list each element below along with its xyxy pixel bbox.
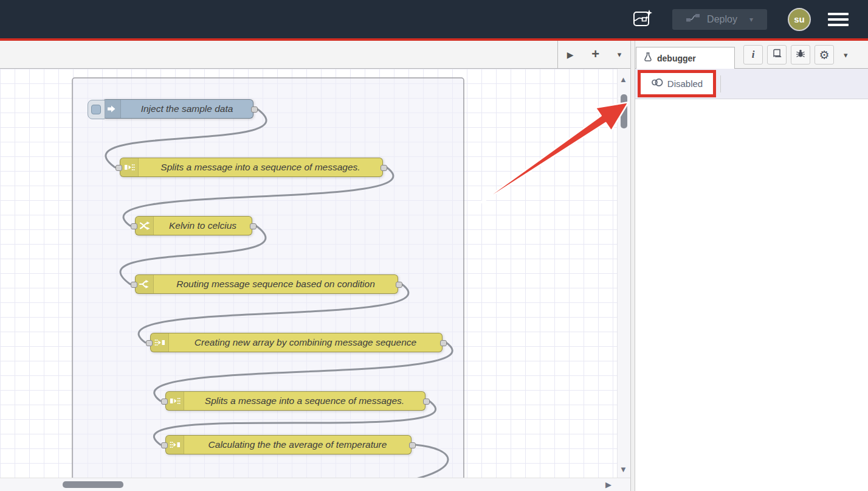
workspace: ▶ + ▾ Inject the sample dataSplits a mes…	[0, 41, 630, 491]
change-icon	[136, 217, 154, 235]
node-label: Routing message sequence based on condit…	[154, 275, 398, 293]
flow-node-split[interactable]: Splits a message into a sequence of mess…	[120, 158, 383, 177]
input-port[interactable]	[115, 165, 122, 171]
scroll-down-icon[interactable]: ▼	[619, 465, 627, 474]
scroll-right-icon[interactable]: ▶	[605, 480, 611, 489]
main-menu-button[interactable]	[828, 13, 849, 26]
deploy-button[interactable]: Deploy ▾	[672, 9, 767, 30]
toggle-off-icon	[651, 78, 663, 89]
flow-list-chevron-icon[interactable]: ▾	[618, 50, 622, 59]
sidebar-tabbar: debugger i ⚙	[635, 41, 868, 69]
node-label: Kelvin to celcius	[154, 217, 252, 235]
user-avatar[interactable]: su	[788, 8, 811, 31]
deploy-options-chevron-icon[interactable]: ▾	[749, 15, 753, 24]
flow-node-change[interactable]: Kelvin to celcius	[135, 216, 252, 235]
output-port[interactable]	[381, 165, 387, 171]
debug-messages-panel	[635, 99, 868, 491]
toolbar-separator	[720, 75, 721, 92]
output-port[interactable]	[250, 223, 257, 229]
join-icon	[166, 436, 184, 454]
flow-tabs-empty	[0, 41, 557, 68]
annotation-highlight-box: Disabled	[638, 70, 716, 97]
flow-node-inject[interactable]: Inject the sample data	[102, 99, 253, 119]
sidebar: debugger i ⚙	[635, 41, 868, 491]
header: Deploy ▾ su	[0, 0, 868, 38]
output-port[interactable]	[440, 340, 447, 346]
join-icon	[151, 333, 169, 352]
switch-icon	[136, 275, 154, 293]
node-label: Splits a message into a sequence of mess…	[139, 158, 382, 176]
split-icon	[166, 392, 184, 410]
vertical-scrollbar[interactable]: ▲ ▼	[617, 69, 630, 478]
output-port[interactable]	[423, 399, 430, 405]
inject-icon	[103, 100, 121, 118]
horizontal-scroll-thumb[interactable]	[63, 481, 123, 488]
node-label: Splits a message into a sequence of mess…	[184, 392, 425, 410]
flow-node-join[interactable]: Creating new array by combining message …	[150, 333, 443, 352]
flow-tabs-strip: ▶ + ▾	[0, 41, 630, 69]
flow-assistant-button[interactable]	[632, 9, 655, 30]
gear-icon: ⚙	[819, 49, 829, 61]
scroll-tabs-right-icon[interactable]: ▶	[567, 50, 574, 60]
output-port[interactable]	[251, 106, 258, 113]
input-port[interactable]	[161, 399, 168, 405]
deploy-nodes-icon	[686, 13, 701, 25]
horizontal-scrollbar[interactable]: ▶	[0, 478, 630, 491]
output-port[interactable]	[396, 282, 402, 288]
node-label: Creating new array by combining message …	[169, 333, 442, 352]
deploy-label: Deploy	[707, 14, 737, 25]
input-port[interactable]	[131, 282, 137, 288]
hamburger-icon	[828, 13, 849, 15]
settings-button[interactable]: ⚙	[815, 45, 834, 64]
sidebar-buttons: i ⚙	[743, 45, 834, 64]
flow-canvas[interactable]: Inject the sample dataSplits a message i…	[0, 69, 617, 478]
book-icon	[772, 49, 782, 61]
docs-button[interactable]	[767, 45, 787, 64]
flow-node-join[interactable]: Calculating the the average of temperatu…	[165, 435, 412, 454]
add-flow-button[interactable]: +	[591, 46, 599, 62]
main: ▶ + ▾ Inject the sample dataSplits a mes…	[0, 41, 868, 491]
tab-debugger[interactable]: debugger	[636, 47, 735, 69]
flow-ai-sparkle-icon	[633, 9, 653, 30]
sidebar-splitter[interactable]	[630, 41, 635, 491]
node-label: Inject the sample data	[121, 100, 253, 118]
flow-layer	[0, 69, 617, 478]
info-icon: i	[752, 49, 755, 61]
info-button[interactable]: i	[743, 45, 763, 64]
debug-button[interactable]	[791, 45, 810, 64]
sidebar-dropdown-chevron-icon[interactable]: ▾	[844, 50, 848, 60]
flow-node-split[interactable]: Splits a message into a sequence of mess…	[165, 391, 425, 411]
flask-icon	[644, 52, 652, 64]
input-port[interactable]	[146, 340, 153, 346]
debug-toolbar: Disabled	[635, 69, 868, 99]
flow-tabs-controls: ▶ + ▾	[557, 41, 630, 68]
inject-trigger-button[interactable]	[88, 100, 105, 119]
vertical-scroll-thumb[interactable]	[621, 94, 627, 128]
user-initials: su	[794, 14, 805, 24]
output-port[interactable]	[409, 442, 416, 448]
node-label: Calculating the the average of temperatu…	[184, 436, 411, 454]
disabled-toggle-button[interactable]: Disabled	[667, 78, 703, 89]
input-port[interactable]	[131, 223, 137, 229]
flow-node-switch[interactable]: Routing message sequence based on condit…	[135, 274, 398, 294]
scroll-up-icon[interactable]: ▲	[619, 75, 627, 84]
input-port[interactable]	[161, 442, 168, 448]
split-icon	[120, 158, 139, 176]
tab-debugger-label: debugger	[657, 54, 696, 63]
bug-icon	[796, 49, 805, 61]
